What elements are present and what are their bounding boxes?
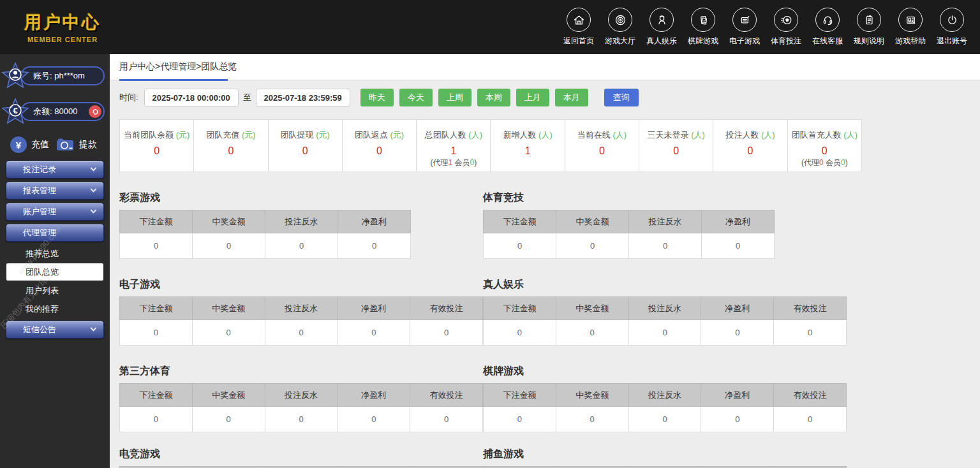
table-row: 00000 xyxy=(484,320,847,346)
breadcrumb: 用户中心>代理管理>团队总览 xyxy=(110,54,980,80)
time-label: 时间: xyxy=(119,92,138,103)
withdraw-button[interactable]: 提款 xyxy=(56,137,97,152)
chevron-down-icon xyxy=(91,186,97,192)
home-icon xyxy=(567,8,591,32)
stat-total-members: 总团队人数 (人) 1 (代理1 会员0) xyxy=(417,120,491,172)
breadcrumb-active-underline xyxy=(119,79,228,81)
sidebar-item-report-management[interactable]: 报表管理 xyxy=(6,182,104,200)
balance-star-icon: € xyxy=(1,98,29,126)
balance-label: 余额: 80000 xyxy=(33,106,77,117)
balance-row: € 余额: 80000 xyxy=(1,98,105,126)
stat-bettors: 投注人数 (人) 0 xyxy=(713,120,787,172)
sidebar-subitem-referral-overview[interactable]: 推荐总览 xyxy=(6,245,103,262)
game-help-icon xyxy=(898,8,923,32)
stat-inactive-3days: 三天未登录 (人) 0 xyxy=(639,120,713,172)
logo-title: 用户中心 xyxy=(24,11,101,34)
section-title: 体育竞技 xyxy=(483,191,847,205)
stat-team-rebate: 团队返点 (元) 0 xyxy=(343,120,417,172)
table-row: 0000 xyxy=(120,233,411,259)
sidebar-item-agent-management[interactable]: 代理管理 xyxy=(6,224,104,242)
nav-home[interactable]: 返回首页 xyxy=(563,8,594,47)
main-area: 用户中心>代理管理>团队总览 时间: 至 昨天 今天 上周 本周 上月 本月 查… xyxy=(110,54,980,468)
nav-card-games[interactable]: 棋牌游戏 xyxy=(688,8,718,47)
table-section-sports: 体育竞技 下注金额中奖金额投注反水净盈利 0000 xyxy=(483,172,847,259)
date-to-input[interactable] xyxy=(256,89,350,106)
section-title: 棋牌游戏 xyxy=(483,365,847,378)
account-pill: 账号: ph***om xyxy=(20,66,105,85)
third-party-sports-table: 下注金额中奖金额投注反水净盈利有效投注 00000 xyxy=(119,383,483,432)
chevron-down-icon xyxy=(91,165,97,171)
table-section-lottery: 彩票游戏 下注金额中奖金额投注反水净盈利 0000 xyxy=(119,172,483,259)
sidebar: 账号: ph***om € 余额: 80000 ¥ 充值 提款 xyxy=(0,54,110,468)
fund-row: ¥ 充值 提款 xyxy=(10,136,97,153)
time-filter-row: 时间: 至 昨天 今天 上周 本周 上月 本月 查询 xyxy=(119,89,980,106)
topbar: 用户中心 MEMBER CENTER 返回首页 游戏大厅 真人娱乐 棋牌游戏 电… xyxy=(0,0,980,54)
nav-live-casino[interactable]: 真人娱乐 xyxy=(646,8,677,47)
table-section-fishing: 捕鱼游戏 xyxy=(483,432,847,468)
quick-yesterday-button[interactable]: 昨天 xyxy=(360,89,394,106)
nav-sports[interactable]: 体育投注 xyxy=(771,8,801,47)
nav-rules[interactable]: 规则说明 xyxy=(854,8,884,47)
customer-service-icon xyxy=(815,8,840,32)
nav-game-hall[interactable]: 游戏大厅 xyxy=(605,8,635,47)
quick-this-month-button[interactable]: 本月 xyxy=(555,89,588,106)
logo: 用户中心 MEMBER CENTER xyxy=(24,11,101,43)
slots-table: 下注金额中奖金额投注反水净盈利有效投注 00000 xyxy=(119,296,483,346)
date-from-input[interactable] xyxy=(144,89,239,106)
table-section-esports: 电竞游戏 xyxy=(119,432,483,468)
svg-text:€: € xyxy=(13,106,17,115)
nav-customer-service[interactable]: 在线客服 xyxy=(812,8,843,47)
sidebar-item-sms-announcement[interactable]: 短信公告 xyxy=(6,321,104,339)
table-row: 0000 xyxy=(484,233,775,259)
withdraw-label: 提款 xyxy=(79,139,97,150)
sidebar-subitem-team-overview[interactable]: 团队总览 xyxy=(6,263,103,281)
recharge-button[interactable]: ¥ 充值 xyxy=(10,136,49,153)
quick-today-button[interactable]: 今天 xyxy=(399,89,433,106)
chevron-down-icon xyxy=(91,325,97,331)
table-row: 00000 xyxy=(120,320,483,346)
card-games-icon xyxy=(691,8,715,32)
table-section-live-casino: 真人娱乐 下注金额中奖金额投注反水净盈利有效投注 00000 xyxy=(483,259,847,346)
account-row: 账号: ph***om xyxy=(1,62,105,90)
withdraw-icon xyxy=(56,137,75,152)
refresh-balance-icon[interactable] xyxy=(89,105,101,118)
quick-last-week-button[interactable]: 上周 xyxy=(438,89,471,106)
sidebar-item-account-management[interactable]: 账户管理 xyxy=(6,203,104,221)
sports-icon xyxy=(774,8,798,32)
sports-table: 下注金额中奖金额投注反水净盈利 0000 xyxy=(483,210,775,259)
sidebar-menu: 投注记录 报表管理 账户管理 代理管理 推荐总览 团队总览 用户列表 我的推荐 … xyxy=(0,161,110,339)
sidebar-subitem-user-list[interactable]: 用户列表 xyxy=(6,282,103,299)
logo-subtitle: MEMBER CENTER xyxy=(24,36,101,43)
table-row: 00000 xyxy=(484,407,847,432)
slots-icon xyxy=(732,8,757,32)
stat-team-deposit: 团队充值 (元) 0 xyxy=(194,120,268,172)
nav-game-help[interactable]: 游戏帮助 xyxy=(895,8,926,47)
search-button[interactable]: 查询 xyxy=(604,89,639,106)
live-casino-table: 下注金额中奖金额投注反水净盈利有效投注 00000 xyxy=(483,296,847,346)
section-title: 捕鱼游戏 xyxy=(483,448,847,461)
section-title: 第三方体育 xyxy=(119,365,483,378)
table-section-slots: 电子游戏 下注金额中奖金额投注反水净盈利有效投注 00000 xyxy=(119,259,483,346)
section-title: 彩票游戏 xyxy=(119,191,483,205)
section-title: 电竞游戏 xyxy=(119,448,483,461)
card-games-table: 下注金额中奖金额投注反水净盈利有效投注 00000 xyxy=(483,383,847,432)
table-section-card-games: 棋牌游戏 下注金额中奖金额投注反水净盈利有效投注 00000 xyxy=(483,346,847,432)
rules-icon xyxy=(857,8,881,32)
game-hall-icon xyxy=(608,8,632,32)
quick-this-week-button[interactable]: 本周 xyxy=(477,89,510,106)
sidebar-item-bet-records[interactable]: 投注记录 xyxy=(6,161,104,179)
stat-online-now: 当前在线 (人) 0 xyxy=(565,120,639,172)
table-row: 00000 xyxy=(120,407,483,432)
chevron-down-icon xyxy=(91,207,97,213)
nav-slots[interactable]: 电子游戏 xyxy=(729,8,760,47)
stats-strip: 当前团队余额 (元) 0 团队充值 (元) 0 团队提现 (元) 0 团队返点 … xyxy=(119,119,862,172)
account-star-icon xyxy=(1,62,29,90)
nav-logout[interactable]: 退出账号 xyxy=(937,8,967,47)
live-casino-icon xyxy=(650,8,674,32)
stat-first-deposit-members: 团队首充人数 (人) 0 (代理0 会员0) xyxy=(788,120,861,172)
sidebar-subitem-my-referral[interactable]: 我的推荐 xyxy=(6,300,103,318)
stat-team-balance: 当前团队余额 (元) 0 xyxy=(120,120,194,172)
quick-last-month-button[interactable]: 上月 xyxy=(516,89,549,106)
table-section-third-party-sports: 第三方体育 下注金额中奖金额投注反水净盈利有效投注 00000 xyxy=(119,346,483,432)
game-tables-grid: 彩票游戏 下注金额中奖金额投注反水净盈利 0000 体育竞技 下注金额中奖金额投… xyxy=(119,172,980,468)
